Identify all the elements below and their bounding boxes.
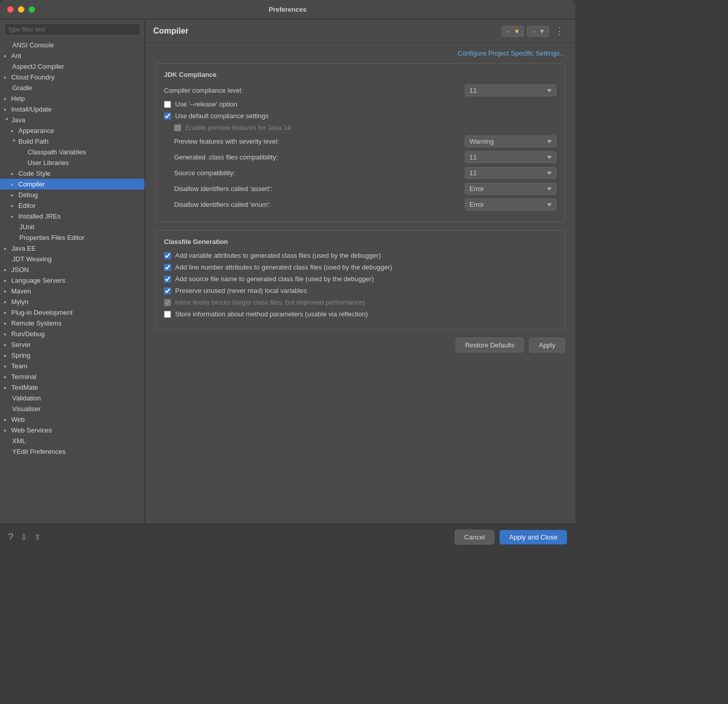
classfile-checkbox-store-method-params[interactable] — [164, 311, 171, 318]
sidebar-item-label: Install/Update — [11, 105, 52, 113]
sidebar-item-label: Editor — [18, 202, 36, 209]
minimize-button[interactable] — [18, 6, 24, 13]
chevron-icon: ▸ — [4, 342, 9, 347]
sidebar-item-terminal[interactable]: ▸Terminal — [0, 371, 145, 382]
sidebar-item-textmate[interactable]: ▸TextMate — [0, 382, 145, 393]
sidebar-item-aspectj-compiler[interactable]: AspectJ Compiler — [0, 61, 145, 72]
classfile-checkbox-add-line-number-attrs[interactable] — [164, 264, 171, 271]
sidebar-item-label: Java — [11, 116, 25, 124]
sidebar-item-junit[interactable]: JUnit — [0, 222, 145, 232]
sidebar-item-ansi-console[interactable]: ANSI Console — [0, 40, 145, 50]
classfile-options-list: Add variable attributes to generated cla… — [164, 252, 556, 318]
sidebar-item-ant[interactable]: ▸Ant — [0, 50, 145, 61]
source-compat-row: Source compatibility: 1.51.61.71.891011 — [174, 167, 556, 179]
cancel-button[interactable]: Cancel — [455, 530, 494, 545]
sidebar-item-properties-files-editor[interactable]: Properties Files Editor — [0, 232, 145, 243]
sidebar-item-compiler[interactable]: ▸Compiler — [0, 179, 145, 189]
use-release-checkbox[interactable] — [164, 101, 171, 108]
sidebar-item-jdt-weaving[interactable]: JDT Weaving — [0, 254, 145, 264]
preview-severity-select[interactable]: ErrorWarningInfoIgnore — [465, 136, 556, 147]
chevron-icon: ▸ — [11, 213, 16, 219]
sidebar-item-label: Cloud Foundry — [11, 73, 54, 81]
chevron-icon: ▸ — [11, 181, 16, 187]
restore-defaults-button[interactable]: Restore Defaults — [456, 338, 524, 353]
sidebar-item-label: Web Services — [11, 426, 52, 434]
apply-and-close-button[interactable]: Apply and Close — [499, 530, 567, 545]
more-options-button[interactable]: ⋮ — [552, 24, 567, 38]
content-scroll: Configure Project Specific Settings... J… — [145, 43, 575, 524]
classfile-label-add-variable-attrs: Add variable attributes to generated cla… — [175, 252, 381, 259]
preview-severity-row: Preview features with severity level: Er… — [174, 136, 556, 147]
chevron-icon: ▸ — [4, 427, 9, 433]
apply-button[interactable]: Apply — [529, 338, 565, 353]
sidebar-item-language-servers[interactable]: ▸Language Servers — [0, 275, 145, 286]
generated-class-select[interactable]: 1.51.61.71.891011 — [465, 151, 556, 163]
sidebar-item-installed-jres[interactable]: ▸Installed JREs — [0, 211, 145, 222]
compliance-level-select[interactable]: 1.51.61.71.891011121314 — [465, 85, 556, 96]
help-icon[interactable]: ? — [8, 532, 13, 543]
sidebar-item-validation[interactable]: Validation — [0, 393, 145, 403]
import-preferences-icon[interactable]: ⇩ — [20, 532, 27, 542]
sidebar-item-appearance[interactable]: ▸Appearance — [0, 125, 145, 136]
sidebar-item-label: Code Style — [18, 170, 51, 177]
sidebar-item-remote-systems[interactable]: ▸Remote Systems — [0, 318, 145, 329]
sidebar-item-team[interactable]: ▸Team — [0, 361, 145, 371]
sidebar-item-gradle[interactable]: Gradle — [0, 83, 145, 93]
sidebar-item-maven[interactable]: ▸Maven — [0, 286, 145, 296]
sidebar-item-cloud-foundry[interactable]: ▸Cloud Foundry — [0, 72, 145, 83]
sidebar-item-java-ee[interactable]: ▸Java EE — [0, 243, 145, 254]
close-button[interactable] — [7, 6, 14, 13]
sidebar-item-run-debug[interactable]: ▸Run/Debug — [0, 329, 145, 339]
sidebar-item-label: Properties Files Editor — [19, 234, 85, 241]
enable-preview-checkbox[interactable] — [174, 124, 181, 131]
sidebar-search[interactable] — [4, 23, 141, 36]
chevron-icon: ▸ — [4, 385, 9, 390]
sidebar-item-label: Mylyn — [11, 298, 29, 306]
sidebar-item-label: Appearance — [18, 127, 54, 134]
sidebar-item-yedit-preferences[interactable]: YEdit Preferences — [0, 446, 145, 457]
sidebar-item-build-path[interactable]: ▾Build Path — [0, 136, 145, 147]
disallow-enum-select[interactable]: ErrorWarningIgnore — [465, 199, 556, 210]
sidebar-item-classpath-variables[interactable]: Classpath Variables — [0, 147, 145, 157]
source-compat-select[interactable]: 1.51.61.71.891011 — [465, 167, 556, 179]
sidebar-item-json[interactable]: ▸JSON — [0, 264, 145, 275]
use-default-checkbox[interactable] — [164, 113, 171, 120]
sidebar-item-visualiser[interactable]: Visualiser — [0, 403, 145, 414]
sidebar-item-debug[interactable]: ▸Debug — [0, 189, 145, 200]
chevron-icon: ▸ — [4, 331, 9, 337]
jdk-compliance-title: JDK Compliance — [164, 71, 556, 78]
classfile-checkbox-add-variable-attrs[interactable] — [164, 252, 171, 259]
sidebar-item-plug-in-development[interactable]: ▸Plug-in Development — [0, 307, 145, 318]
configure-project-link[interactable]: Configure Project Specific Settings... — [458, 49, 565, 57]
sidebar-item-editor[interactable]: ▸Editor — [0, 200, 145, 211]
sidebar-item-web[interactable]: ▸Web — [0, 414, 145, 425]
sidebar-item-code-style[interactable]: ▸Code Style — [0, 168, 145, 179]
sidebar-item-label: JUnit — [19, 223, 35, 231]
sidebar-item-server[interactable]: ▸Server — [0, 339, 145, 350]
classfile-checkbox-preserve-unused-vars[interactable] — [164, 287, 171, 294]
sidebar-item-install-update[interactable]: ▸Install/Update — [0, 104, 145, 115]
disallow-assert-select[interactable]: ErrorWarningIgnore — [465, 183, 556, 195]
export-preferences-icon[interactable]: ⇧ — [34, 532, 41, 542]
chevron-icon: ▾ — [4, 118, 10, 123]
page-title: Compiler — [153, 26, 188, 36]
sidebar-item-label: Remote Systems — [11, 319, 62, 327]
chevron-icon: ▸ — [4, 53, 9, 59]
sidebar-item-spring[interactable]: ▸Spring — [0, 350, 145, 361]
back-button[interactable]: ← ▼ — [501, 26, 523, 37]
forward-button[interactable]: → ▼ — [527, 26, 549, 37]
maximize-button[interactable] — [29, 6, 35, 13]
chevron-icon: ▸ — [4, 288, 9, 294]
window-controls[interactable] — [7, 6, 35, 13]
sidebar-item-java[interactable]: ▾Java — [0, 115, 145, 125]
classfile-checkbox-inline-finally-blocks[interactable] — [164, 299, 171, 306]
sidebar-item-help[interactable]: ▸Help — [0, 93, 145, 104]
chevron-icon: ▸ — [4, 310, 9, 315]
sidebar-item-user-libraries[interactable]: User Libraries — [0, 157, 145, 168]
classfile-option-row: Add line number attributes to generated … — [164, 263, 556, 271]
chevron-icon: ▸ — [4, 363, 9, 369]
sidebar-item-web-services[interactable]: ▸Web Services — [0, 425, 145, 436]
sidebar-item-xml[interactable]: XML — [0, 436, 145, 446]
classfile-checkbox-add-source-file-name[interactable] — [164, 276, 171, 283]
sidebar-item-mylyn[interactable]: ▸Mylyn — [0, 296, 145, 307]
